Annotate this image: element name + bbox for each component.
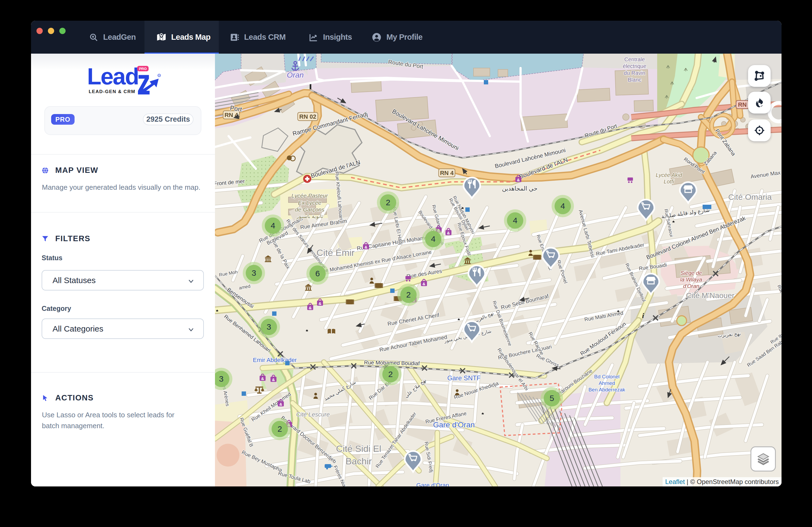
svg-text:&: &: [447, 231, 450, 235]
svg-text:ثانوية باستور: ثانوية باستور: [296, 213, 323, 219]
svg-text:&: &: [423, 282, 425, 286]
svg-text:Lycée Akid: Lycée Akid: [656, 172, 682, 178]
svg-text:i: i: [642, 312, 644, 319]
svg-text:&: &: [272, 377, 275, 382]
svg-text:5: 5: [550, 394, 554, 403]
svg-text:4: 4: [431, 234, 436, 243]
svg-text:électrique: électrique: [623, 63, 647, 69]
svg-text:PRO: PRO: [139, 67, 147, 71]
svg-text:R: R: [158, 75, 160, 76]
svg-text:Bachir: Bachir: [346, 456, 372, 466]
svg-text:d'Oran: d'Oran: [683, 283, 699, 289]
svg-text:Cité Sidi El: Cité Sidi El: [336, 443, 381, 454]
svg-text:&: &: [279, 402, 282, 407]
svg-text:Cité Omaria: Cité Omaria: [728, 193, 772, 201]
svg-text:Cité Lescure: Cité Lescure: [296, 411, 330, 418]
svg-text:RN 4: RN 4: [440, 170, 454, 176]
svg-text:6: 6: [315, 269, 320, 278]
svg-text:Lead: Lead: [87, 63, 139, 89]
svg-text:RN 02: RN 02: [299, 113, 316, 120]
svg-text:4: 4: [271, 221, 275, 230]
svg-text:2: 2: [406, 290, 411, 299]
svg-text:3: 3: [219, 374, 224, 383]
svg-text:RN: RN: [738, 101, 747, 108]
svg-text:Ben Abderrezak: Ben Abderrezak: [588, 387, 625, 393]
svg-text:حي المجاهدين: حي المجاهدين: [502, 185, 538, 192]
svg-text:Ex Lycée: Ex Lycée: [298, 200, 321, 206]
svg-text:2: 2: [386, 198, 391, 207]
svg-text:&: &: [309, 305, 312, 310]
svg-text:Lotfi: Lotfi: [664, 179, 674, 185]
svg-text:Gare d'Oran: Gare d'Oran: [433, 421, 475, 429]
svg-text:Bd Colonel: Bd Colonel: [594, 374, 620, 380]
svg-text:2: 2: [278, 424, 282, 433]
svg-text:Oran: Oran: [287, 71, 304, 79]
svg-text:Cité M'Naouer: Cité M'Naouer: [686, 291, 735, 300]
svg-text:3: 3: [267, 322, 271, 331]
svg-text:4: 4: [513, 216, 518, 225]
svg-text:4: 4: [561, 201, 565, 210]
svg-text:&: &: [517, 177, 520, 182]
svg-text:Ahmed: Ahmed: [599, 380, 615, 386]
svg-text:Gare SNTF: Gare SNTF: [447, 374, 481, 382]
svg-text:2: 2: [388, 370, 393, 379]
svg-text:Cité Émir: Cité Émir: [317, 247, 354, 258]
svg-text:&: &: [319, 301, 322, 306]
svg-text:&: &: [365, 245, 368, 250]
svg-text:de Garçons: de Garçons: [295, 206, 325, 213]
svg-text:&: &: [261, 376, 264, 381]
svg-text:Lycée Pasteur: Lycée Pasteur: [291, 193, 328, 199]
svg-text:du Ravin: du Ravin: [624, 70, 646, 76]
svg-text:Gare d'Oran: Gare d'Oran: [416, 482, 449, 486]
svg-text:Centrale: Centrale: [624, 56, 645, 62]
svg-text:la Wilaya: la Wilaya: [680, 276, 702, 283]
svg-text:Siège de: Siège de: [681, 270, 702, 276]
svg-text:3: 3: [252, 268, 256, 277]
svg-text:Blanc: Blanc: [628, 77, 641, 83]
svg-text:LEAD-GEN & CRM: LEAD-GEN & CRM: [89, 89, 135, 94]
svg-text:Emir Abdelkader: Emir Abdelkader: [253, 357, 296, 364]
